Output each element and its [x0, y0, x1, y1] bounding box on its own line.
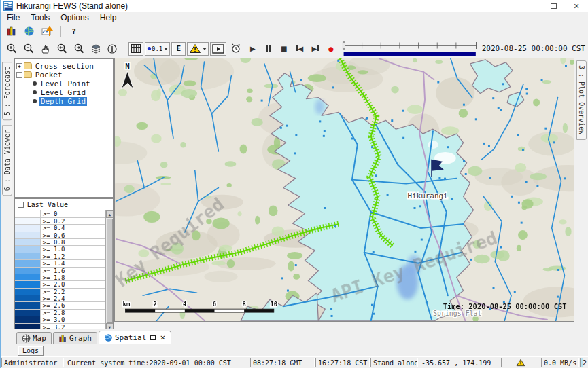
- timeline-track: [342, 40, 477, 58]
- tree-item[interactable]: Level Grid: [31, 88, 111, 96]
- pause-button[interactable]: [261, 42, 275, 56]
- legend-row: >= 1.2: [15, 253, 105, 260]
- menu-tools[interactable]: Tools: [25, 13, 55, 22]
- tree-item[interactable]: + Cross-section: [16, 62, 111, 70]
- tree-item-label[interactable]: Level Point: [39, 79, 92, 88]
- separator: [124, 43, 124, 54]
- legend-scrollbar[interactable]: ▲ ▼: [105, 210, 113, 329]
- menu-help[interactable]: Help: [94, 13, 122, 22]
- legend-swatch: [15, 295, 41, 301]
- layer-tree: + Cross-section - Pocket Level Point Lev…: [14, 58, 114, 198]
- scroll-down-icon[interactable]: ▼: [106, 323, 114, 329]
- legend-swatch: [15, 225, 41, 231]
- legend-label: >= 0.4: [41, 225, 105, 231]
- info-button[interactable]: [105, 42, 120, 56]
- tree-item[interactable]: Level Point: [31, 79, 111, 88]
- record-icon: ●: [328, 44, 333, 54]
- play-button[interactable]: ▶: [245, 42, 260, 56]
- legend-row: >= 0.6: [15, 232, 105, 239]
- place-label-springs-flat: Springs Flat: [433, 310, 482, 317]
- zoom-next-button[interactable]: [71, 42, 87, 56]
- legend-header: Last Value: [15, 199, 113, 210]
- right-tab-strip: 3 : Plot Overview: [574, 58, 588, 330]
- record-button[interactable]: ●: [324, 42, 338, 56]
- step-forward-button[interactable]: ▶: [308, 42, 322, 56]
- zoom-out-button[interactable]: [21, 42, 37, 56]
- animation-button[interactable]: [210, 42, 226, 56]
- map-canvas[interactable]: Hikurangi Springs Flat API Key Required …: [114, 58, 574, 322]
- tree-item-label-selected[interactable]: Depth Grid: [39, 97, 87, 106]
- status-coordinates: -35.657 , 174.199: [419, 358, 500, 367]
- legend-label: >= 2.4: [41, 295, 105, 301]
- tab-data-viewer[interactable]: 6 : Data Viewer: [2, 125, 12, 196]
- zoom-previous-button[interactable]: [54, 42, 70, 56]
- help-button[interactable]: ?: [67, 24, 81, 38]
- menu-file[interactable]: File: [1, 13, 25, 22]
- legend-swatch: [15, 268, 41, 274]
- stop-button[interactable]: ■: [277, 42, 291, 56]
- time-settings-button[interactable]: [228, 42, 244, 56]
- status-warning[interactable]: [501, 358, 540, 367]
- expand-icon[interactable]: +: [16, 63, 22, 69]
- tree-item[interactable]: Depth Grid: [31, 97, 111, 105]
- timeline-handle[interactable]: [343, 42, 345, 49]
- logs-button[interactable]: Logs: [18, 346, 44, 356]
- warning-icon: [516, 358, 525, 367]
- collapse-icon[interactable]: -: [16, 72, 22, 78]
- legend-row: >= 1.4: [15, 260, 105, 267]
- tree-item-label[interactable]: Cross-section: [34, 62, 95, 71]
- legend-row: >= 1.8: [15, 274, 105, 281]
- app-icon: [3, 1, 13, 11]
- threshold-dropdown[interactable]: 0.1: [145, 42, 170, 56]
- legend-label: >= 0.6: [41, 232, 105, 238]
- step-forward-icon: ▶: [311, 45, 317, 52]
- tab-spatial-label: Spatial: [115, 333, 146, 342]
- last-value-checkbox[interactable]: [18, 202, 24, 208]
- legend-row: >= 0: [15, 210, 105, 217]
- close-button[interactable]: ✕: [565, 0, 588, 12]
- minimize-button[interactable]: –: [519, 0, 542, 12]
- legend-swatch: [15, 316, 41, 323]
- legend-label: >= 2.6: [41, 302, 105, 308]
- close-tab-icon[interactable]: ✕: [160, 334, 165, 342]
- folder-icon: [24, 71, 32, 78]
- tree-item-label[interactable]: Level Grid: [39, 88, 87, 97]
- legend-button[interactable]: E: [171, 42, 186, 56]
- stop-icon: ■: [281, 45, 287, 52]
- grid-display-button[interactable]: [128, 42, 143, 56]
- play-icon: ▶: [250, 45, 256, 52]
- legend-swatch: [15, 281, 41, 287]
- tab-plot-overview[interactable]: 3 : Plot Overview: [576, 60, 587, 139]
- map-display-button[interactable]: [22, 24, 37, 38]
- zoom-in-button[interactable]: [4, 42, 20, 56]
- scroll-thumb[interactable]: [107, 219, 113, 323]
- title-bar: Hikurangi FEWS (Stand alone) – ✕: [1, 0, 588, 12]
- tab-forecast[interactable]: 5 : Forecast: [2, 62, 12, 120]
- globe-wire-icon: [22, 334, 31, 343]
- maximize-button[interactable]: [542, 0, 565, 12]
- tree-item-label[interactable]: Pocket: [34, 71, 64, 79]
- pan-button[interactable]: [38, 42, 53, 56]
- legend-swatch: [15, 232, 41, 238]
- step-back-button[interactable]: ◀: [292, 42, 307, 56]
- legend-swatch: [15, 253, 41, 259]
- layers-button[interactable]: [88, 42, 103, 56]
- tab-spatial[interactable]: Spatial ✕: [99, 331, 171, 344]
- legend-label: >= 0: [41, 210, 105, 217]
- tab-map[interactable]: Map: [16, 332, 52, 344]
- undock-icon[interactable]: [150, 335, 156, 340]
- log-browser-button[interactable]: [4, 24, 19, 38]
- chart-arrow-icon: [41, 26, 53, 37]
- tree-item[interactable]: - Pocket: [16, 71, 111, 79]
- legend-row: >= 0.8: [15, 239, 105, 246]
- menu-options[interactable]: Options: [55, 13, 94, 22]
- timeline-slider[interactable]: [342, 40, 477, 58]
- scroll-up-icon[interactable]: ▲: [106, 210, 114, 218]
- thresholds-dropdown[interactable]: [187, 42, 209, 56]
- tab-graph[interactable]: Graph: [53, 332, 97, 344]
- status-gmt-time: 08:27:18 GMT: [250, 358, 315, 367]
- timeseries-dialog-button[interactable]: [39, 24, 55, 38]
- info-icon: [107, 43, 118, 54]
- legend-row: >= 0.2: [15, 218, 105, 225]
- svg-text:N: N: [125, 62, 130, 71]
